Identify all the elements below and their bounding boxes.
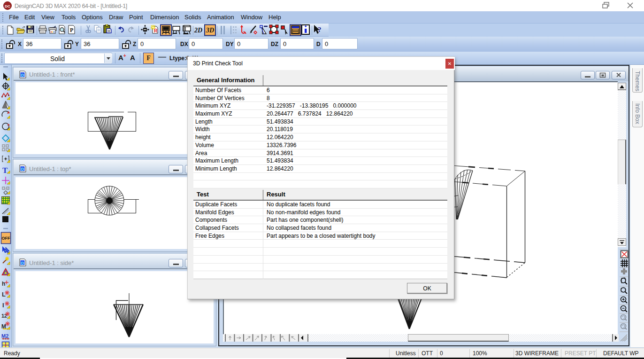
svg-text:DC: DC xyxy=(5,4,10,8)
svg-text:D: D xyxy=(21,73,24,78)
svg-text:?: ? xyxy=(318,26,322,33)
svg-text:M2: M2 xyxy=(1,333,8,339)
svg-text:h: h xyxy=(2,281,5,287)
svg-text:R: R xyxy=(154,28,158,33)
svg-text:2D: 2D xyxy=(194,27,202,34)
svg-text:OFF: OFF xyxy=(2,236,10,241)
svg-text:P: P xyxy=(70,27,73,33)
svg-text:L: L xyxy=(2,291,6,298)
svg-text:I: I xyxy=(2,302,4,309)
svg-text:D: D xyxy=(21,261,24,265)
svg-text:D: D xyxy=(21,167,24,172)
svg-text:3D: 3D xyxy=(206,27,214,34)
